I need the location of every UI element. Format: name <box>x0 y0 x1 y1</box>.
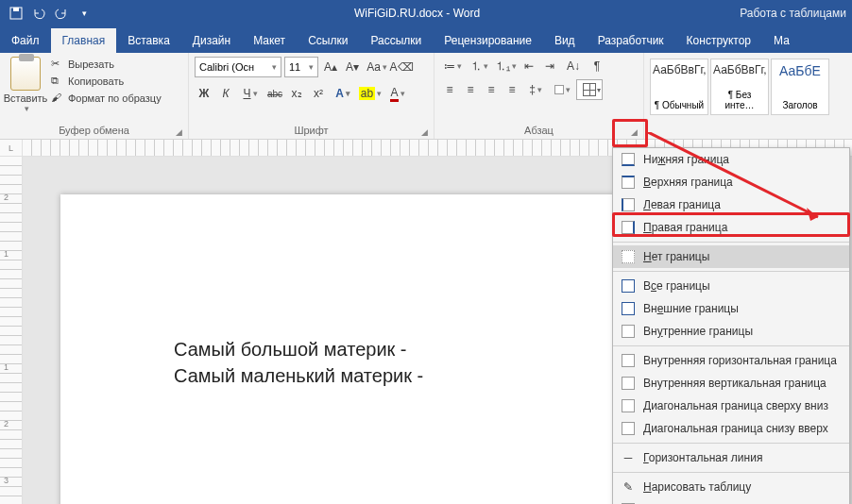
font-launcher-icon[interactable]: ◢ <box>421 127 428 137</box>
subscript-button[interactable]: x₂ <box>287 84 306 103</box>
ribbon-tabs: Файл Главная Вставка Дизайн Макет Ссылки… <box>0 26 852 53</box>
dropdown-sep-5 <box>613 472 849 473</box>
clipboard-launcher-icon[interactable]: ◢ <box>176 127 182 137</box>
justify-button[interactable]: ≡ <box>503 80 521 99</box>
tab-table-layout[interactable]: Ма <box>762 28 801 53</box>
paste-icon <box>10 57 41 91</box>
border-inside-v-icon <box>621 376 636 391</box>
paste-button[interactable]: Вставить ▾ <box>6 57 45 113</box>
style-heading1[interactable]: АаБбЕ Заголов <box>771 59 829 115</box>
cut-label: Вырезать <box>68 59 114 70</box>
border-inside-label: Внутренние границы <box>643 325 753 338</box>
tab-view[interactable]: Вид <box>543 28 587 53</box>
border-top-label: Верхняя граница <box>643 176 733 189</box>
align-left-button[interactable]: ≡ <box>440 80 459 99</box>
line-spacing-button[interactable]: ‡▾ <box>523 80 548 99</box>
border-inside-icon <box>621 324 636 339</box>
undo-icon[interactable] <box>28 3 49 24</box>
sort-button[interactable]: A↓ <box>561 57 586 76</box>
format-painter-button[interactable]: 🖌Формат по образцу <box>49 91 163 106</box>
bold-button[interactable]: Ж <box>195 84 213 103</box>
redo-icon[interactable] <box>51 3 72 24</box>
border-diag-down-label: Диагональная граница сверху вниз <box>643 399 828 412</box>
font-color-button[interactable]: A▾ <box>385 84 410 103</box>
highlight-button[interactable]: ab▾ <box>358 84 383 103</box>
view-gridlines-item[interactable]: Отобразить сетку <box>613 498 849 504</box>
border-none-item[interactable]: Нет границы <box>613 245 849 268</box>
border-outside-item[interactable]: Внешние границы <box>613 297 849 320</box>
increase-indent-button[interactable]: ⇥ <box>540 57 559 76</box>
brush-icon: 🖌 <box>51 92 64 105</box>
tab-table-design[interactable]: Конструктор <box>675 28 762 53</box>
font-size-combo[interactable]: 11▾ <box>284 57 318 77</box>
border-outside-icon <box>621 301 636 316</box>
border-inside-h-item[interactable]: Внутренняя горизонтальная граница <box>613 349 849 372</box>
copy-button[interactable]: ⧉Копировать <box>49 74 163 89</box>
ruler-corner[interactable]: L <box>0 140 23 156</box>
border-top-item[interactable]: Верхняя граница <box>613 171 849 193</box>
group-paragraph: ≔▾ ⒈▾ ⒈₁▾ ⇤ ⇥ A↓ ¶ ≡ ≡ ≡ ≡ ‡▾ ▾ ▾ Абзац◢ <box>435 53 644 139</box>
align-center-button[interactable]: ≡ <box>461 80 480 99</box>
border-diag-down-icon <box>621 398 636 413</box>
border-top-icon <box>621 175 636 190</box>
border-inside-h-icon <box>621 353 636 368</box>
tab-references[interactable]: Ссылки <box>297 28 359 53</box>
draw-table-icon: ✎ <box>621 479 636 495</box>
border-none-icon <box>621 249 636 264</box>
bullets-button[interactable]: ≔▾ <box>440 57 465 76</box>
superscript-button[interactable]: x² <box>309 84 328 103</box>
shrink-font-button[interactable]: A▾ <box>343 58 362 76</box>
border-all-icon <box>621 278 636 294</box>
horizontal-line-item[interactable]: ─Горизонтальная линия <box>613 446 849 469</box>
tab-mailings[interactable]: Рассылки <box>359 28 433 53</box>
multilevel-button[interactable]: ⒈₁▾ <box>493 57 518 76</box>
text-effects-button[interactable]: A▾ <box>331 84 355 103</box>
tab-file[interactable]: Файл <box>0 28 51 53</box>
border-bottom-label: Нижняя граница <box>643 153 729 166</box>
numbering-button[interactable]: ⒈▾ <box>467 57 491 76</box>
border-left-label: Левая граница <box>643 198 721 211</box>
group-font-label: Шрифт <box>294 125 328 136</box>
border-bottom-item[interactable]: Нижняя граница <box>613 148 849 171</box>
grow-font-button[interactable]: A▴ <box>321 58 340 76</box>
style-normal-label: ¶ Обычный <box>653 100 706 110</box>
draw-table-item[interactable]: ✎Нарисовать таблицу <box>613 476 849 498</box>
border-diag-up-item[interactable]: Диагональная граница снизу вверх <box>613 417 849 440</box>
style-nospc-preview: АаБбВвГг, <box>713 63 766 76</box>
tab-developer[interactable]: Разработчик <box>587 28 675 53</box>
underline-button[interactable]: Ч▾ <box>238 84 263 103</box>
border-left-item[interactable]: Левая граница <box>613 193 849 216</box>
qat-more-icon[interactable]: ▾ <box>74 3 94 24</box>
decrease-indent-button[interactable]: ⇤ <box>520 57 538 76</box>
shading-button[interactable]: ▾ <box>550 80 574 99</box>
save-icon[interactable] <box>6 3 26 24</box>
font-name-combo[interactable]: Calibri (Осн▾ <box>195 57 281 77</box>
border-all-item[interactable]: Все границы <box>613 275 849 297</box>
borders-button[interactable]: ▾ <box>576 79 603 100</box>
show-marks-button[interactable]: ¶ <box>588 57 606 76</box>
copy-label: Копировать <box>68 76 124 87</box>
tab-review[interactable]: Рецензирование <box>433 28 543 53</box>
cut-button[interactable]: ✂Вырезать <box>49 57 163 72</box>
italic-button[interactable]: К <box>216 84 235 103</box>
border-inside-item[interactable]: Внутренние границы <box>613 320 849 343</box>
align-right-button[interactable]: ≡ <box>482 80 501 99</box>
strikethrough-button[interactable]: abc <box>265 84 284 103</box>
vertical-ruler[interactable]: 2 1 1 2 3 <box>0 157 23 504</box>
border-inside-v-item[interactable]: Внутренняя вертикальная граница <box>613 372 849 395</box>
tab-insert[interactable]: Вставка <box>116 28 181 53</box>
tab-home[interactable]: Главная <box>51 28 117 53</box>
change-case-button[interactable]: Aa▾ <box>365 58 389 76</box>
paragraph-launcher-icon[interactable]: ◢ <box>631 127 638 137</box>
tab-layout[interactable]: Макет <box>242 28 297 53</box>
window-title: WiFiGiD.RU.docx - Word <box>94 7 740 20</box>
border-diag-down-item[interactable]: Диагональная граница сверху вниз <box>613 395 849 417</box>
style-heading-label: Заголов <box>774 100 826 110</box>
border-diag-up-icon <box>621 421 636 436</box>
border-right-item[interactable]: Правая граница <box>613 216 849 239</box>
style-normal[interactable]: АаБбВвГг, ¶ Обычный <box>650 59 708 115</box>
change-case-label: Aa <box>366 60 381 74</box>
clear-format-button[interactable]: A⌫ <box>392 58 411 76</box>
style-no-spacing[interactable]: АаБбВвГг, ¶ Без инте… <box>710 59 769 115</box>
tab-design[interactable]: Дизайн <box>181 28 242 53</box>
